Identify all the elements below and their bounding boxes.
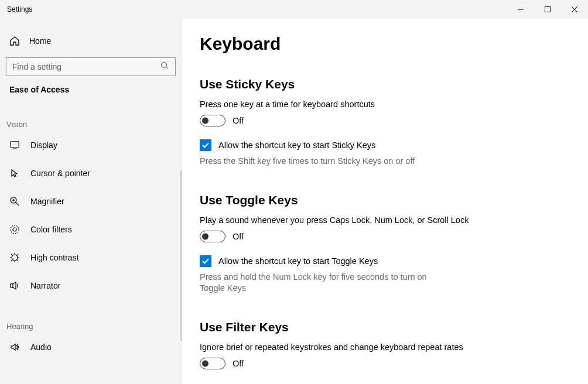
sticky-checkbox[interactable] — [200, 139, 211, 151]
page-title: Keyboard — [200, 34, 565, 54]
svg-line-19 — [11, 254, 12, 255]
togglekeys-hint: Press and hold the Num Lock key for five… — [200, 272, 452, 294]
svg-rect-1 — [545, 7, 551, 12]
highcontrast-icon — [9, 252, 20, 263]
sidebar-item-label: Color filters — [30, 225, 72, 234]
close-button[interactable] — [561, 0, 588, 19]
sticky-checkbox-label: Allow the shortcut key to start Sticky K… — [218, 140, 375, 150]
sticky-toggle-label: Off — [233, 116, 244, 125]
sidebar-group-hearing: Hearing — [0, 302, 182, 335]
sticky-toggle[interactable] — [200, 115, 225, 126]
sticky-hint: Press the Shift key five times to turn S… — [200, 156, 452, 167]
sidebar-item-colorfilters[interactable]: Color filters — [0, 218, 182, 241]
magnifier-icon — [9, 196, 20, 207]
sidebar-item-label: Narrator — [30, 281, 60, 290]
filter-toggle[interactable] — [200, 358, 225, 369]
sidebar-item-cursor[interactable]: Cursor & pointer — [0, 162, 182, 185]
minimize-button[interactable] — [507, 0, 534, 19]
svg-point-12 — [11, 225, 19, 234]
sidebar-home-label: Home — [29, 36, 51, 46]
togglekeys-checkbox[interactable] — [200, 255, 211, 267]
section-sticky-heading: Use Sticky Keys — [200, 77, 565, 91]
audio-icon — [9, 342, 20, 352]
svg-rect-6 — [11, 142, 19, 148]
sidebar-item-label: Display — [30, 140, 57, 150]
search-input[interactable] — [6, 57, 176, 76]
section-filter-desc: Ignore brief or repeated keystrokes and … — [200, 342, 504, 352]
togglekeys-toggle-label: Off — [233, 232, 244, 241]
maximize-button[interactable] — [534, 0, 561, 19]
window-title: Settings — [0, 5, 32, 13]
sidebar-item-label: High contrast — [30, 253, 78, 262]
sidebar-item-audio[interactable]: Audio — [0, 335, 182, 359]
sidebar-section-title: Ease of Access — [0, 79, 182, 100]
display-icon — [9, 140, 20, 150]
close-icon — [572, 6, 577, 12]
sidebar-scrollbar[interactable] — [180, 171, 182, 341]
filter-toggle-label: Off — [233, 359, 244, 368]
svg-point-13 — [13, 228, 16, 231]
cursor-icon — [9, 168, 20, 179]
sidebar-item-narrator[interactable]: Narrator — [0, 274, 182, 297]
check-icon — [201, 257, 210, 265]
sidebar-item-label: Audio — [30, 342, 52, 352]
section-togglekeys-desc: Play a sound whenever you press Caps Loc… — [200, 215, 504, 225]
home-icon — [9, 36, 20, 46]
sidebar-item-highcontrast[interactable]: High contrast — [0, 246, 182, 269]
content: Keyboard Use Sticky Keys Press one key a… — [182, 19, 588, 384]
check-icon — [201, 141, 210, 149]
minimize-icon — [518, 6, 524, 12]
svg-point-14 — [12, 255, 18, 260]
togglekeys-toggle[interactable] — [200, 231, 225, 242]
sidebar-item-magnifier[interactable]: Magnifier — [0, 190, 182, 213]
section-filter-heading: Use Filter Keys — [200, 320, 565, 334]
svg-line-20 — [18, 260, 19, 262]
colorfilters-icon — [9, 224, 20, 235]
togglekeys-checkbox-label: Allow the shortcut key to start Toggle K… — [218, 256, 378, 266]
svg-rect-23 — [11, 284, 13, 287]
sidebar-item-label: Magnifier — [30, 197, 64, 206]
section-sticky-desc: Press one key at a time for keyboard sho… — [200, 100, 504, 109]
sidebar-item-home[interactable]: Home — [0, 29, 182, 53]
sidebar: Home Ease of Access Vision Display Curso… — [0, 19, 182, 384]
search-container — [6, 57, 176, 70]
svg-line-21 — [18, 254, 19, 255]
sidebar-item-label: Cursor & pointer — [30, 169, 90, 178]
section-togglekeys-heading: Use Toggle Keys — [200, 193, 565, 207]
sidebar-item-display[interactable]: Display — [0, 133, 182, 157]
svg-line-9 — [16, 203, 19, 205]
sidebar-group-vision: Vision — [0, 100, 182, 133]
maximize-icon — [545, 6, 551, 12]
svg-line-22 — [11, 260, 12, 262]
narrator-icon — [9, 280, 20, 291]
titlebar: Settings — [0, 0, 588, 19]
